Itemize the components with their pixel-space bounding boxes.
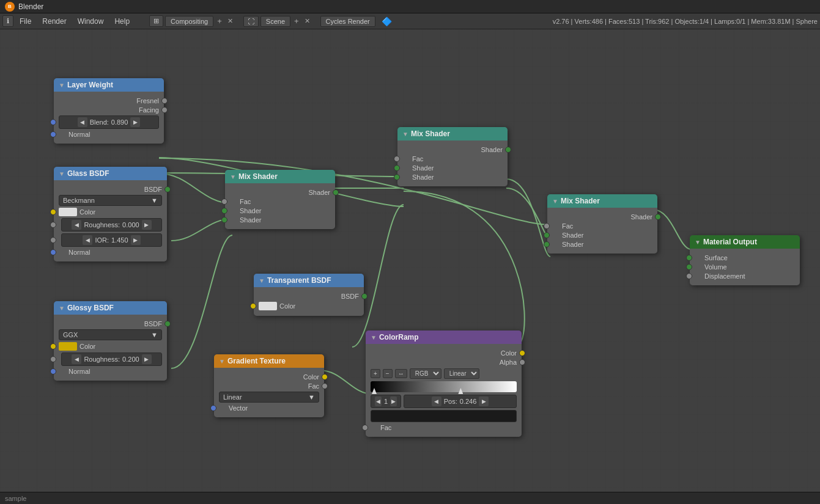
- normal-row-glossy: Normal: [59, 368, 162, 375]
- fac-socket-mix3[interactable]: [544, 223, 550, 229]
- normal-socket-glossy[interactable]: [50, 368, 56, 374]
- normal-socket-glass[interactable]: [50, 249, 56, 255]
- shader2-socket-mix2[interactable]: [394, 174, 400, 180]
- shader2-socket-mix1[interactable]: [221, 217, 227, 223]
- node-mix-shader-3-header[interactable]: ▼ Mix Shader: [547, 194, 657, 208]
- fac-socket-cr[interactable]: [362, 425, 368, 431]
- colorramp-mode-dropdown[interactable]: RGB: [410, 368, 441, 379]
- menu-render[interactable]: Render: [37, 16, 71, 27]
- shader1-socket-mix3[interactable]: [544, 232, 550, 238]
- node-mix-shader-1-header[interactable]: ▼ Mix Shader: [225, 170, 335, 183]
- colorramp-index-row: ◀ 1 ▶ ◀ Pos: 0.246 ▶: [371, 395, 517, 408]
- shader-output-socket-mix3[interactable]: [655, 214, 661, 220]
- colorramp-add-btn[interactable]: +: [371, 369, 380, 378]
- shader-output-socket-mix2[interactable]: [505, 147, 511, 153]
- scene-dropdown[interactable]: Scene: [260, 16, 290, 27]
- fresnel-socket[interactable]: [161, 98, 168, 104]
- bsdf-socket-transparent[interactable]: [361, 293, 368, 299]
- volume-socket[interactable]: [686, 264, 692, 270]
- scene-close-btn[interactable]: ✕: [303, 17, 312, 25]
- color-socket-transparent[interactable]: [250, 303, 256, 309]
- blend-field[interactable]: ◀ Blend: 0.890 ▶: [59, 115, 159, 129]
- editor-close-btn[interactable]: ✕: [226, 17, 235, 25]
- color-socket-glossy[interactable]: [50, 343, 56, 349]
- ior-socket[interactable]: [50, 237, 56, 243]
- normal-row: Normal: [59, 131, 159, 138]
- ior-field[interactable]: ◀ IOR: 1.450 ▶: [61, 233, 162, 247]
- colorramp-stop-right[interactable]: [458, 388, 463, 394]
- color-row-glossy: Color: [59, 342, 162, 351]
- color-socket-gradient[interactable]: [322, 374, 328, 380]
- colorramp-gradient-bar[interactable]: [371, 381, 517, 392]
- node-title: Mix Shader: [561, 197, 600, 205]
- alpha-output-socket-cr[interactable]: [519, 359, 525, 365]
- colorramp-pos-field[interactable]: ◀ Pos: 0.246 ▶: [404, 395, 517, 408]
- blend-socket[interactable]: [50, 119, 56, 125]
- menu-file[interactable]: File: [15, 16, 36, 27]
- normal-socket-lw[interactable]: [50, 131, 56, 137]
- editor-type-widget: ⊞ Compositing + ✕: [149, 15, 235, 27]
- node-collapse-arrow[interactable]: ▼: [59, 82, 65, 89]
- colorramp-stop-left[interactable]: [372, 388, 377, 394]
- shader-output-socket-mix1[interactable]: [333, 189, 339, 195]
- fac-socket-mix2[interactable]: [394, 156, 400, 162]
- node-material-output-header[interactable]: ▼ Material Output: [690, 235, 800, 249]
- info-widget: ℹ: [2, 15, 13, 27]
- fac-socket-gradient[interactable]: [322, 383, 328, 389]
- menu-window[interactable]: Window: [73, 16, 109, 27]
- roughness-row-glass: ◀ Roughness: 0.000 ▶: [59, 218, 162, 232]
- editor-type-icon[interactable]: ⊞: [149, 15, 163, 27]
- shader1-socket-mix1[interactable]: [221, 208, 227, 214]
- menu-help[interactable]: Help: [109, 16, 135, 27]
- node-glossy-bsdf-header[interactable]: ▼ Glossy BSDF: [54, 301, 167, 315]
- color-output-socket-cr[interactable]: [519, 350, 525, 356]
- fac-input-colorramp: Fac: [371, 424, 517, 431]
- node-transparent-bsdf-header[interactable]: ▼ Transparent BSDF: [254, 274, 364, 287]
- editor-type-dropdown[interactable]: Compositing: [165, 16, 213, 27]
- bsdf-socket-glossy[interactable]: [164, 321, 171, 327]
- displacement-socket[interactable]: [686, 273, 692, 279]
- node-mix-shader-1-body: Shader Fac Shader Shader: [225, 183, 335, 229]
- colorramp-interp-dropdown[interactable]: Linear: [444, 368, 479, 379]
- colorramp-remove-btn[interactable]: −: [383, 369, 393, 378]
- distribution-dropdown[interactable]: Beckmann ▼: [59, 195, 162, 206]
- node-layer-weight-header[interactable]: ▼ Layer Weight: [54, 78, 164, 92]
- render-engine-dropdown[interactable]: Cycles Render: [320, 16, 375, 27]
- colorramp-color-preview[interactable]: [371, 410, 517, 422]
- node-colorramp-header[interactable]: ▼ ColorRamp: [366, 331, 522, 344]
- editor-add-btn[interactable]: +: [215, 16, 224, 26]
- colorramp-flip-btn[interactable]: ↔: [395, 369, 407, 378]
- roughness-field-glossy[interactable]: ◀ Roughness: 0.200 ▶: [61, 352, 162, 366]
- shader-output-mix3: Shader: [552, 213, 652, 221]
- node-material-output-body: Surface Volume Displacement: [690, 249, 800, 285]
- distribution-dropdown-glossy[interactable]: GGX ▼: [59, 329, 162, 340]
- shader-output-label-mix1: Shader: [230, 189, 330, 196]
- color-swatch-transparent[interactable]: [259, 302, 277, 310]
- vector-socket-gradient[interactable]: [210, 405, 216, 411]
- surface-socket[interactable]: [686, 255, 692, 261]
- roughness-socket-glossy[interactable]: [50, 356, 56, 362]
- fac-socket-mix1[interactable]: [221, 199, 227, 205]
- color-swatch-glass[interactable]: [59, 208, 77, 216]
- colorramp-index-field[interactable]: ◀ 1 ▶: [371, 395, 401, 408]
- bsdf-output-socket[interactable]: [164, 186, 171, 192]
- facing-socket[interactable]: [161, 107, 168, 113]
- type-dropdown-gradient[interactable]: Linear ▼: [219, 392, 319, 403]
- info-btn[interactable]: ℹ: [2, 15, 13, 27]
- shader-output-mix1: Shader: [230, 189, 330, 196]
- normal-label-lw: Normal: [68, 131, 159, 138]
- roughness-field-glass[interactable]: ◀ Roughness: 0.000 ▶: [61, 218, 162, 232]
- titlebar: B Blender: [0, 0, 820, 13]
- roughness-socket-glass[interactable]: [50, 222, 56, 228]
- node-gradient-texture-header[interactable]: ▼ Gradient Texture: [214, 354, 324, 368]
- color-socket-glass[interactable]: [50, 209, 56, 215]
- color-swatch-glossy[interactable]: [59, 342, 77, 351]
- menubar: ℹ File Render Window Help ⊞ Compositing …: [0, 13, 820, 29]
- scene-icon[interactable]: ⛶: [243, 16, 259, 27]
- node-glass-bsdf-header[interactable]: ▼ Glass BSDF: [54, 167, 167, 180]
- shader2-socket-mix3[interactable]: [544, 241, 550, 247]
- shader2-label-mix3: Shader: [562, 241, 652, 248]
- shader1-socket-mix2[interactable]: [394, 165, 400, 171]
- scene-add-btn[interactable]: +: [292, 16, 301, 26]
- node-mix-shader-2-header[interactable]: ▼ Mix Shader: [397, 127, 508, 141]
